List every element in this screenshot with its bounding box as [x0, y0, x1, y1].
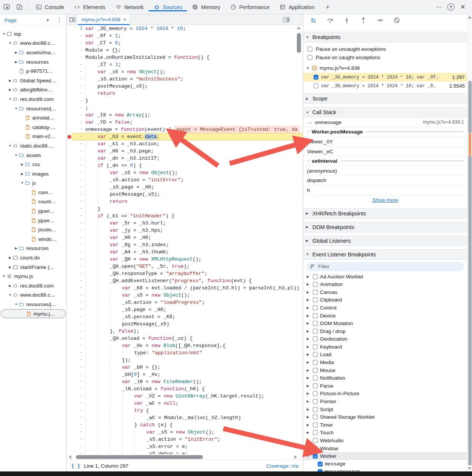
triangle-right-icon[interactable]: ▶ [307, 314, 310, 317]
tree-item-startiframe-[interactable]: ▶startIFrame (… [0, 262, 66, 272]
code-text[interactable]: var _s5 = new Object(); [85, 429, 303, 436]
checkbox-unchecked[interactable] [313, 336, 318, 341]
checkbox-unchecked[interactable] [313, 423, 318, 427]
vertical-scroll-thumb[interactable] [297, 33, 301, 53]
code-text[interactable]: var _jy = _h3.hps; [85, 227, 303, 234]
breakpoint-margin[interactable] [67, 299, 72, 306]
breakpoint-margin[interactable] [67, 104, 72, 112]
triangle-down-icon[interactable]: ▼ [20, 181, 25, 185]
code-text[interactable]: var _lN = new FileReader(); [85, 378, 303, 385]
event-category-parse[interactable]: ▶Parse [303, 382, 467, 390]
code-text[interactable]: var _YD = false; [85, 119, 303, 126]
event-filter-input[interactable]: Filter [306, 262, 464, 271]
checkbox-unchecked[interactable] [313, 407, 318, 412]
line-number-gutter[interactable]: - [72, 277, 85, 284]
breakpoint-margin[interactable] [67, 263, 72, 270]
checkbox-checked[interactable] [314, 75, 318, 80]
code-line[interactable]: - var _wC = null; [67, 400, 303, 407]
hide-navigator-icon[interactable] [67, 16, 78, 23]
line-number-gutter[interactable]: - [72, 155, 85, 162]
device-toolbar-icon[interactable] [13, 0, 26, 14]
callstack-frame-onmessage[interactable]: →onmessagemymu.js?v=4.838:1 [303, 118, 467, 127]
triangle-right-icon[interactable]: ▶ [307, 423, 310, 427]
breakpoint-margin[interactable] [67, 90, 72, 97]
checkbox-unchecked[interactable] [313, 329, 318, 334]
code-text[interactable]: onmessage = function(event) {event = Mes… [85, 126, 303, 133]
pretty-print-icon[interactable]: { } [71, 463, 80, 469]
checkbox-unchecked[interactable] [313, 375, 318, 380]
code-text[interactable]: _s5.page = _H0; [85, 184, 303, 191]
triangle-right-icon[interactable]: ▶ [307, 376, 310, 380]
sidebar-scrollbar[interactable] [467, 14, 472, 471]
event-listener-breakpoints-header[interactable]: ▼Event Listener Breakpoints [303, 249, 467, 260]
code-line[interactable]: - var _lN = new FileReader(); [67, 378, 303, 385]
code-line[interactable]: - var _K8 = evt.loaded / (parseInt(_h3.h… [67, 284, 303, 292]
scope-section-header[interactable]: ▶Scope [303, 93, 467, 104]
triangle-down-icon[interactable]: ▼ [14, 154, 19, 157]
breakpoint-margin[interactable] [67, 97, 72, 104]
event-category-canvas[interactable]: ▶Canvas [303, 288, 467, 296]
tree-item-assets[interactable]: ▼assets [0, 151, 66, 160]
line-number-gutter[interactable]: - [72, 371, 85, 378]
event-category-control[interactable]: ▶Control [303, 304, 467, 312]
code-text[interactable]: _QH.onload = function(_oz) { [85, 335, 303, 342]
pause-on-uncaught-row[interactable]: Pause on uncaught exceptions [303, 45, 467, 53]
code-text[interactable]: postMessage(_s5); [85, 83, 303, 90]
scroll-up-arrow[interactable] [297, 27, 301, 29]
event-category-notification[interactable]: ▶Notification [303, 374, 467, 382]
event-category-device[interactable]: ▶Device [303, 312, 467, 320]
line-number-gutter[interactable]: - [72, 421, 85, 429]
line-number-gutter[interactable]: - [72, 292, 85, 299]
code-text[interactable]: var _h3 = event.data; [85, 133, 303, 140]
line-number-gutter[interactable]: - [72, 357, 85, 364]
dom-breakpoints-header[interactable]: ▶DOM Breakpoints [303, 222, 467, 233]
line-number-gutter[interactable]: - [72, 39, 85, 47]
code-text[interactable]: } [85, 205, 303, 212]
tree-item-www-doc88-c-[interactable]: ▼www.doc88.c… [0, 291, 66, 300]
breakpoint-margin[interactable] [67, 176, 72, 184]
code-text[interactable]: } catch (e) { [85, 421, 303, 429]
line-number-gutter[interactable]: - [72, 284, 85, 292]
tree-item-main-v2-[interactable]: main-v2… [0, 132, 66, 141]
line-number-gutter[interactable]: - [72, 112, 85, 119]
line-number-gutter[interactable]: - [72, 119, 85, 126]
code-text[interactable]: postMessage(_s5) [85, 320, 303, 328]
step-out-icon[interactable] [360, 17, 367, 24]
line-number-gutter[interactable]: - [72, 400, 85, 407]
checkbox-unchecked[interactable] [313, 282, 318, 287]
code-text[interactable]: _s5.action = "initError"; [85, 176, 303, 184]
tree-item-global-speed-[interactable]: ▶Global Speed… [0, 76, 66, 85]
code-line[interactable]: - _s5.debug = e; [67, 450, 303, 454]
line-number-gutter[interactable]: - [72, 68, 85, 75]
triangle-right-icon[interactable]: ▶ [14, 247, 19, 250]
code-text[interactable]: _QH.addEventListener("progress", functio… [85, 277, 303, 284]
line-number-gutter[interactable]: - [72, 263, 85, 270]
code-text[interactable]: _wC = Module._malloc(_VZ.length) [85, 414, 303, 421]
triangle-down-icon[interactable]: ▼ [8, 293, 13, 297]
line-number-gutter[interactable]: - [72, 270, 85, 277]
event-category-picture-in-picture[interactable]: ▶Picture-in-Picture [303, 390, 467, 398]
line-number-gutter[interactable]: - [72, 407, 85, 414]
breakpoint-margin[interactable] [67, 342, 72, 349]
code-text[interactable]: _s5.percent = _K8; [85, 313, 303, 320]
triangle-right-icon[interactable]: ▶ [8, 284, 13, 287]
code-line[interactable]: - _QH.open("GET", _5r, true); [67, 263, 303, 270]
line-number-gutter[interactable]: 1 [72, 25, 85, 32]
breakpoint-margin[interactable] [67, 25, 72, 32]
code-line[interactable]: - var _Hv = new Blob([_QH.response],{ [67, 342, 303, 349]
breakpoint-margin[interactable] [67, 169, 72, 176]
code-text[interactable]: return [85, 90, 303, 97]
line-number-gutter[interactable]: - [72, 385, 85, 393]
event-category-geolocation[interactable]: ▶Geolocation [303, 335, 467, 343]
code-text[interactable]: _QH.open("GET", _5r, true); [85, 263, 303, 270]
triangle-right-icon[interactable]: ▶ [307, 384, 310, 388]
code-editor[interactable]: 1var _3G_memory = 1024 * 1024 * 10;-var … [67, 25, 303, 454]
checkbox-unchecked[interactable] [313, 290, 318, 295]
breakpoint-margin[interactable] [67, 241, 72, 248]
breakpoint-margin[interactable] [67, 436, 72, 443]
breakpoint-margin[interactable] [67, 32, 72, 39]
code-line[interactable]: - postMessage(_s5); [67, 191, 303, 198]
checkbox-unchecked[interactable] [313, 297, 318, 302]
line-number-gutter[interactable]: - [72, 83, 85, 90]
line-number-gutter[interactable]: - [72, 54, 85, 61]
